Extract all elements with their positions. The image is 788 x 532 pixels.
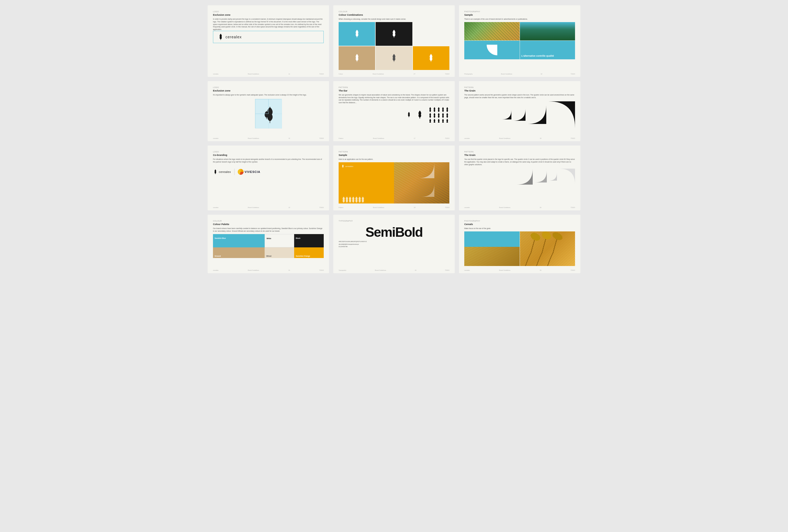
footer-left-6: Pattern [339, 138, 343, 139]
combo-empty [413, 22, 449, 46]
footer-center-3: Brand Guidelines [248, 207, 259, 208]
card-cobranding: Logo Co-branding For situations where th… [208, 145, 329, 210]
cerealex-cobranding-logo: cerealex [213, 169, 231, 175]
footer-page-11: 20 [539, 207, 541, 208]
swatch-swedish-blue: Swedish Blue [213, 234, 264, 247]
footer-center-4: Brand Guidelines [248, 269, 259, 271]
card-footer-3: cerealex Brand Guidelines 13 ©2023 [213, 207, 324, 208]
grain-qc-sm [502, 110, 511, 119]
footer-center-5: Brand Guidelines [373, 73, 384, 75]
footer-center-7: Brand Guidelines [373, 207, 384, 208]
card-label-11: Pattern [464, 151, 575, 153]
card-typography: Typography SemiBold ABCDEFGHIJKLMNOPQRST… [333, 214, 455, 273]
footer-page-1: 11 [288, 73, 290, 75]
grain-qc-xl [548, 101, 575, 128]
grain-qc-grey-md [535, 170, 547, 183]
card-sample-photo: Photography Sample There is an example o… [459, 5, 580, 77]
card-ear-pattern: Pattern The Ear We use geometric shapes … [333, 81, 455, 142]
footer-left-12: cerealex [464, 269, 470, 271]
cereals-photo-grid [464, 231, 575, 266]
grain-icon-black [390, 29, 398, 39]
card-body-5: When choosing a colourway, consider the … [339, 18, 449, 20]
card-label-5: Colour [339, 11, 449, 13]
colour-combinations-grid [339, 22, 449, 70]
card-title-2: Exclusion zone [213, 89, 324, 92]
card-label-2: Logo [213, 86, 324, 88]
footer-year-6: ©2023 [445, 138, 449, 139]
footer-page-10: 19 [539, 138, 541, 139]
cereals-photo-area [464, 231, 575, 266]
sample-cream-qc [394, 162, 449, 204]
footer-year-10: ©2023 [571, 138, 575, 139]
card-label-1: Logo [213, 11, 324, 13]
card-footer-5: Colour Brand Guidelines 27 ©2023 [339, 73, 449, 75]
footer-left-1: cerealex [213, 73, 219, 75]
card-body-4: Our brand colours have been carefully cu… [213, 227, 324, 232]
swatch-sunshine-label: Sunshine Orange [296, 255, 310, 257]
exclusion-grid-svg [255, 99, 282, 128]
footer-page-4: 21 [288, 269, 290, 271]
swatch-ground-label: Ground [215, 255, 221, 257]
card-label-8: Typography [339, 220, 449, 222]
grain-qc-lg [528, 105, 546, 124]
card-label-9: Photography [464, 11, 575, 13]
card-label-10: Pattern [464, 86, 575, 88]
type-display-area: SemiBold [339, 223, 449, 241]
cobranding-divider [234, 169, 235, 175]
footer-center-12: Brand Guidelines [499, 269, 510, 271]
grain-qc-md [514, 109, 526, 121]
grain-grey-row [464, 166, 575, 192]
footer-center-2: Brand Guidelines [248, 138, 259, 139]
sample-qc-row [339, 187, 394, 204]
card-colour-palette: Colour Colour Palette Our brand colours … [208, 214, 329, 273]
grain-icon-wheat [390, 53, 398, 63]
card-title-12: Cereals [464, 223, 575, 226]
combo-black [376, 22, 412, 46]
footer-left-7: Pattern [339, 207, 343, 208]
footer-page-8: 10 [415, 269, 416, 271]
main-grid: Logo Exclusion zone In order to provide … [208, 5, 580, 273]
swatch-wheat: Wheat [264, 247, 294, 258]
footer-left-11: cerealex [464, 207, 470, 208]
card-exclusion-logo: Logo Exclusion zone In order to provide … [208, 5, 329, 77]
swatch-white-label: White [267, 238, 271, 239]
card-title-7: Sample [339, 154, 449, 157]
cobranding-logos: cerealex VIVESCIA [213, 163, 324, 178]
footer-left-4: cerealex [213, 269, 219, 271]
card-label-4: Colour [213, 220, 324, 222]
card-grain-dark: Pattern The Grain The second pattern wor… [459, 81, 580, 142]
quarter-circle-white [487, 45, 497, 55]
cream-qc-svg [394, 162, 449, 204]
footer-year-7: ©2023 [445, 207, 449, 208]
grain-icon-blue [353, 29, 361, 39]
sample-photo-area: L'alternative contrôle qualité [464, 22, 575, 59]
swatch-sunshine: Sunshine Orange [294, 247, 324, 258]
card-footer-9: Photography Brand Guidelines 32 ©2023 [464, 73, 575, 75]
card-footer-2: cerealex Brand Guidelines 12 ©2023 [213, 138, 324, 139]
card-title-3: Co-branding [213, 154, 324, 157]
chars-lower: abcdefghijklmnopqrstuvwxyz [339, 243, 449, 246]
photo-text-block: L'alternative contrôle qualité [520, 41, 575, 59]
card-body-11: You can find the quarter circle placed i… [464, 158, 575, 166]
card-body-9: There is an example of the use of brand … [464, 18, 575, 20]
card-body-10: The second pattern works around the geom… [464, 94, 575, 99]
cerealex-wordmark: cerealex [225, 35, 242, 39]
chars-upper: ABCDEFGHIJKLMNOPQRSTUVWXYZ [339, 241, 449, 243]
ear-pattern-row [339, 104, 449, 130]
semibold-display: SemiBold [339, 226, 449, 239]
exclusion-icon-area [213, 96, 324, 131]
card-body-6: We use geometric shapes to inspire visua… [339, 94, 449, 104]
card-title-11: The Grain [464, 154, 575, 157]
combo-ground [339, 46, 375, 70]
type-chars-area: ABCDEFGHIJKLMNOPQRSTUVWXYZ abcdefghijklm… [339, 241, 449, 248]
card-footer-7: Pattern Brand Guidelines 18 ©2023 [339, 207, 449, 208]
grain-icon-cobranding [213, 169, 218, 175]
photo-wheat-field [464, 247, 520, 266]
card-title-6: The Ear [339, 89, 449, 92]
footer-left-5: Colour [339, 73, 343, 75]
card-title-5: Colour Combinations [339, 14, 449, 16]
combo-orange [413, 46, 449, 70]
footer-year-9: ©2023 [571, 73, 575, 75]
card-footer-6: Pattern Brand Guidelines 17 ©2023 [339, 138, 449, 139]
ear-icon-sm [406, 111, 412, 118]
